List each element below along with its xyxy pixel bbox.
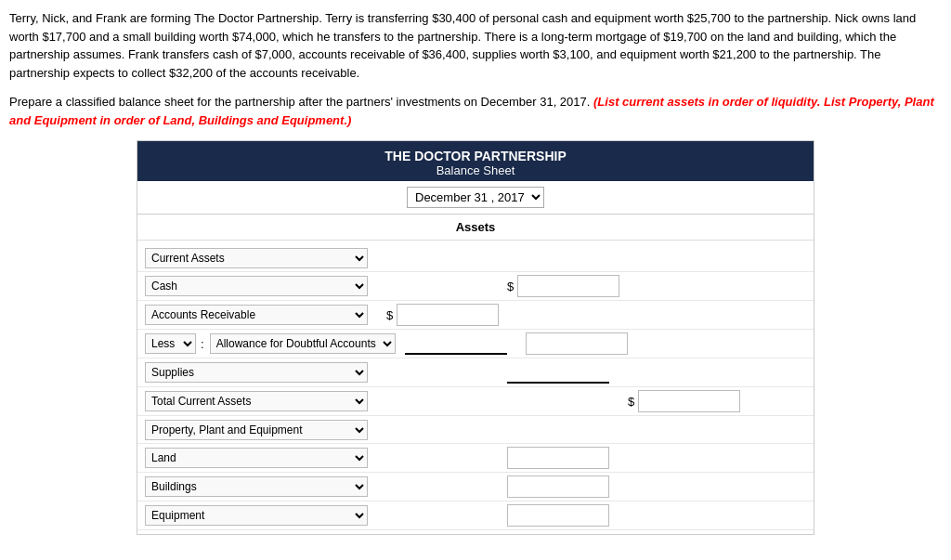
supplies-col2: [507, 361, 628, 384]
ar-label-cell: Accounts Receivable: [145, 305, 386, 325]
ppe-select[interactable]: Property, Plant and Equipment: [145, 420, 368, 440]
current-assets-row: Current Assets: [137, 244, 814, 272]
allowance-select[interactable]: Allowance for Doubtful Accounts: [210, 333, 396, 354]
land-row: Land: [137, 444, 814, 473]
allowance-net-input[interactable]: [526, 332, 628, 355]
bs-body: Current Assets Cash $: [137, 241, 814, 534]
buildings-select[interactable]: Buildings: [145, 476, 368, 497]
ar-select[interactable]: Accounts Receivable: [145, 305, 368, 325]
ar-col1: $: [386, 304, 507, 326]
date-row: December 31 , 2017: [137, 181, 814, 215]
supplies-label-cell: Supplies: [145, 362, 386, 383]
total-current-assets-row: Total Current Assets $: [137, 387, 814, 416]
land-col2: [507, 447, 628, 469]
cash-select[interactable]: Cash: [145, 276, 368, 296]
bs-header: THE DOCTOR PARTNERSHIP Balance Sheet: [137, 141, 814, 181]
buildings-row: Buildings: [137, 473, 814, 501]
current-assets-label-cell: Current Assets: [145, 248, 386, 268]
buildings-input[interactable]: [507, 475, 609, 498]
cash-col2: $: [507, 275, 628, 297]
date-select[interactable]: December 31 , 2017: [407, 187, 544, 208]
sheet-title: Balance Sheet: [141, 163, 810, 177]
equipment-row: Equipment: [137, 501, 814, 530]
land-input[interactable]: [507, 447, 609, 469]
buildings-label-cell: Buildings: [145, 476, 386, 497]
ar-input[interactable]: [397, 304, 499, 326]
equipment-input[interactable]: [507, 504, 609, 527]
balance-sheet: THE DOCTOR PARTNERSHIP Balance Sheet Dec…: [137, 140, 814, 535]
cash-input[interactable]: [517, 275, 619, 297]
tca-label-cell: Total Current Assets: [145, 391, 386, 411]
accounts-receivable-row: Accounts Receivable $: [137, 301, 814, 330]
cash-row: Cash $: [137, 272, 814, 301]
tca-dollar: $: [628, 395, 634, 409]
equipment-select[interactable]: Equipment: [145, 505, 368, 526]
allowance-col2: [526, 332, 646, 355]
ppe-row: Property, Plant and Equipment: [137, 416, 814, 444]
supplies-select[interactable]: Supplies: [145, 362, 368, 383]
land-select[interactable]: Land: [145, 448, 368, 468]
land-label-cell: Land: [145, 448, 386, 468]
tca-input[interactable]: [638, 390, 740, 412]
equipment-label-cell: Equipment: [145, 505, 386, 526]
supplies-input[interactable]: [507, 361, 609, 384]
instruction-text: Prepare a classified balance sheet for t…: [9, 93, 942, 129]
current-assets-select[interactable]: Current Assets: [145, 248, 368, 268]
equipment-col2: [507, 504, 628, 527]
allowance-row: Less : Allowance for Doubtful Accounts: [137, 330, 814, 358]
cash-label-cell: Cash: [145, 276, 386, 296]
instruction-main: Prepare a classified balance sheet for t…: [9, 95, 593, 109]
company-name: THE DOCTOR PARTNERSHIP: [141, 149, 810, 163]
intro-text: Terry, Nick, and Frank are forming The D…: [9, 9, 942, 82]
cash-dollar: $: [507, 280, 514, 293]
ar-dollar: $: [386, 308, 393, 322]
tca-col3: $: [628, 390, 749, 412]
supplies-row: Supplies: [137, 358, 814, 387]
assets-label: Assets: [137, 215, 814, 241]
buildings-col2: [507, 475, 628, 498]
ppe-label-cell: Property, Plant and Equipment: [145, 420, 386, 440]
allowance-col1: [405, 332, 526, 355]
tca-select[interactable]: Total Current Assets: [145, 391, 368, 411]
less-select[interactable]: Less: [145, 333, 196, 354]
colon: :: [201, 337, 204, 351]
allowance-input[interactable]: [405, 332, 507, 355]
